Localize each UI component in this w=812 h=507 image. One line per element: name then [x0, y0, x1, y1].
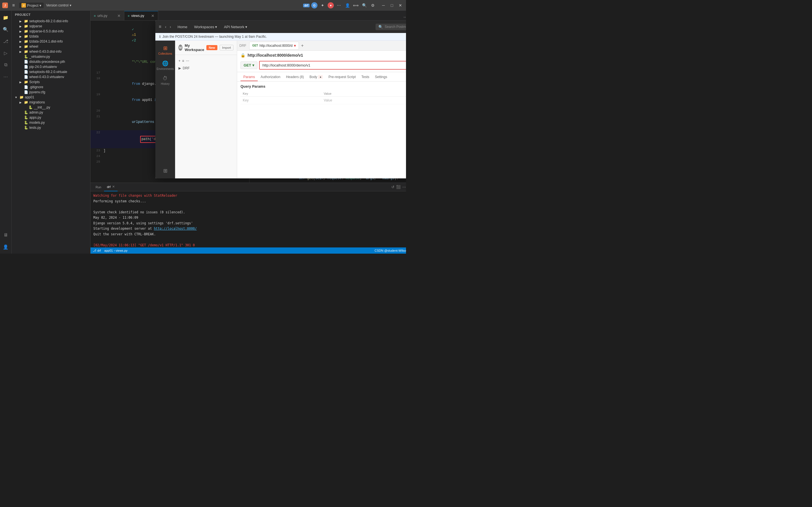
tree-item[interactable]: ▶📁wheel — [11, 44, 90, 49]
tree-arrow: ▶ — [18, 25, 23, 28]
activity-search[interactable]: 🔍 — [0, 24, 11, 35]
postman-workspaces-link[interactable]: Workspaces ▾ — [191, 24, 220, 30]
postman-get-tab[interactable]: GET http://localhost:8000/d — [249, 42, 299, 50]
tree-item-label: setuptools-69.2.0.dist-info — [29, 19, 68, 23]
sparkle-icon[interactable]: ✦ — [319, 2, 326, 9]
tree-item[interactable]: ▶📁tzdata — [11, 34, 90, 39]
activity-debug[interactable]: ▷ — [0, 47, 11, 59]
postman-drf-section[interactable]: ▶ DRF — [175, 64, 237, 72]
status-branch[interactable]: ⎇ drf — [93, 249, 101, 252]
postman-pre-request-tab[interactable]: Pre-request Script — [326, 73, 359, 81]
tree-item[interactable]: ▶📁sqlparse-0.5.0.dist-info — [11, 29, 90, 34]
tab-close-views[interactable]: ✕ — [151, 13, 155, 18]
tree-item[interactable]: 📄wheel-0.43.0.virtualenv — [11, 74, 90, 79]
status-project[interactable]: app01 › views.py — [104, 249, 127, 252]
tree-item[interactable]: 🐍apps.py — [11, 115, 90, 120]
postman-method-select[interactable]: GET ▾ — [240, 61, 257, 69]
postman-collections-nav[interactable]: ⊞ Collections — [155, 43, 175, 57]
postman-new-button[interactable]: New — [206, 45, 217, 50]
postman-url-input[interactable] — [259, 61, 406, 70]
user-icon[interactable]: 👤 — [344, 2, 351, 9]
postman-menu-icon[interactable]: ≡ — [159, 24, 161, 29]
tab-more-button[interactable]: ⋯ — [402, 14, 406, 20]
restore-button[interactable]: □ — [388, 2, 395, 9]
tree-item[interactable]: ▶📁wheel-0.43.0.dist-info — [11, 49, 90, 54]
tab-urls-py[interactable]: ≡ urls.py ✕ — [91, 11, 124, 20]
tree-item[interactable]: 🐍_virtualenv.py — [11, 54, 90, 59]
tree-item[interactable]: ▶📁tzdata-2024.1.dist-info — [11, 39, 90, 44]
tree-item[interactable]: 🐍__init__.py — [11, 105, 90, 110]
postman-grid-nav[interactable]: ⊞ — [155, 165, 175, 176]
user-avatar[interactable]: G — [311, 2, 318, 8]
dj-drf-label: drf — [305, 4, 308, 7]
postman-settings-tab[interactable]: Settings — [372, 73, 390, 81]
activity-files[interactable]: 📁 — [0, 12, 11, 23]
postman-add-tab-button[interactable]: + — [300, 42, 305, 49]
record-button[interactable]: ● — [328, 2, 334, 8]
tree-item[interactable]: ▶📁migrations — [11, 100, 90, 105]
postman-headers-tab[interactable]: Headers (8) — [283, 73, 307, 81]
postman-key-placeholder[interactable]: Key — [240, 97, 321, 104]
tree-item[interactable]: ▼📁app01 — [11, 95, 90, 100]
tree-item[interactable]: 🐍admin.py — [11, 110, 90, 115]
postman-body-tab[interactable]: Body ● — [307, 73, 326, 81]
project-selector[interactable]: J Project ▾ — [19, 3, 44, 8]
tree-arrow: ▶ — [18, 80, 23, 84]
tree-item[interactable]: 🐍tests.py — [11, 125, 90, 130]
postman-search[interactable]: 🔍 Search Postman — [376, 24, 406, 30]
postman-home-link[interactable]: Home — [175, 24, 190, 30]
activity-remote[interactable]: 🖥 — [0, 229, 11, 241]
vc-chevron: ▾ — [70, 3, 71, 7]
menu-button[interactable]: ≡ — [10, 2, 17, 9]
postman-environments-nav[interactable]: 🌐 Environments — [155, 58, 175, 73]
settings-icon[interactable]: ⚙ — [369, 2, 376, 9]
search-icon[interactable]: 🔍 — [361, 2, 368, 9]
tree-item[interactable]: ▶📁sqlparse — [11, 24, 90, 29]
postman-back-btn[interactable]: ‹ — [164, 24, 167, 30]
activity-user[interactable]: 👤 — [0, 241, 11, 252]
panel-restart-icon[interactable]: ↺ — [391, 185, 394, 189]
version-control[interactable]: Version control ▾ — [46, 3, 71, 7]
panel-tab-run[interactable]: Run — [93, 183, 104, 191]
postman-import-button[interactable]: Import — [220, 45, 233, 50]
panel-stop-icon[interactable]: ⬛ — [396, 185, 401, 189]
postman-nav-btns: ‹ › — [164, 24, 172, 30]
postman-value-placeholder[interactable]: Value — [321, 97, 406, 104]
postman-workspace-header: M My Workspace New Import — [175, 41, 237, 55]
close-button[interactable]: ✕ — [397, 2, 404, 9]
minimize-button[interactable]: ─ — [380, 2, 387, 9]
postman-forward-btn[interactable]: › — [169, 24, 172, 30]
panel-more-icon[interactable]: ⋯ — [402, 185, 406, 189]
postman-value-header: Value — [321, 91, 406, 97]
tree-item[interactable]: 📄distutils-precedence.pth — [11, 59, 90, 64]
dj-badge[interactable]: drf — [303, 4, 310, 7]
tree-item[interactable]: 📄.gitignore — [11, 84, 90, 90]
postman-collections-section[interactable]: + ≡ ⋯ — [175, 57, 237, 64]
postman-history-icon: ⏱ — [163, 75, 168, 81]
tree-item[interactable]: 📄setuptools-69.2.0.virtuale — [11, 69, 90, 74]
postman-tab-url: http://localhost:8000/d — [259, 44, 292, 48]
activity-git[interactable]: ⎇ — [0, 36, 11, 47]
activity-extensions[interactable]: ⧉ — [0, 59, 11, 70]
postman-authorization-tab[interactable]: Authorization — [258, 73, 283, 81]
postman-more-icon: ⋯ — [186, 59, 189, 63]
tree-item[interactable]: ▶📁setuptools-69.2.0.dist-info — [11, 18, 90, 24]
server-url-link[interactable]: http://localhost:8000/ — [154, 227, 197, 231]
postman-tests-tab[interactable]: Tests — [359, 73, 372, 81]
tree-item[interactable]: 📄pyvenv.cfg — [11, 90, 90, 95]
postman-params-tab[interactable]: Params — [240, 73, 258, 81]
activity-more[interactable]: ⋯ — [0, 71, 11, 82]
tab-close-urls[interactable]: ✕ — [117, 13, 121, 18]
postman-api-network-link[interactable]: API Network ▾ — [221, 24, 250, 30]
tree-item[interactable]: 🐍models.py — [11, 120, 90, 125]
tab-views-py[interactable]: ≡ views.py ✕ — [124, 11, 158, 20]
more-options-icon[interactable]: ⋯ — [335, 2, 342, 9]
postman-history-nav[interactable]: ⏱ History — [155, 73, 175, 88]
tree-item[interactable]: 📄pip-24.0.virtualenv — [11, 64, 90, 69]
panel-drf-close[interactable]: ✕ — [112, 185, 115, 188]
app-logo: J — [2, 3, 8, 8]
translate-icon[interactable]: ⟺ — [353, 2, 359, 9]
tree-item[interactable]: ▶📁Scripts — [11, 79, 90, 84]
panel-tab-drf[interactable]: drf ✕ — [104, 183, 118, 191]
tree-item-label: migrations — [29, 100, 45, 104]
